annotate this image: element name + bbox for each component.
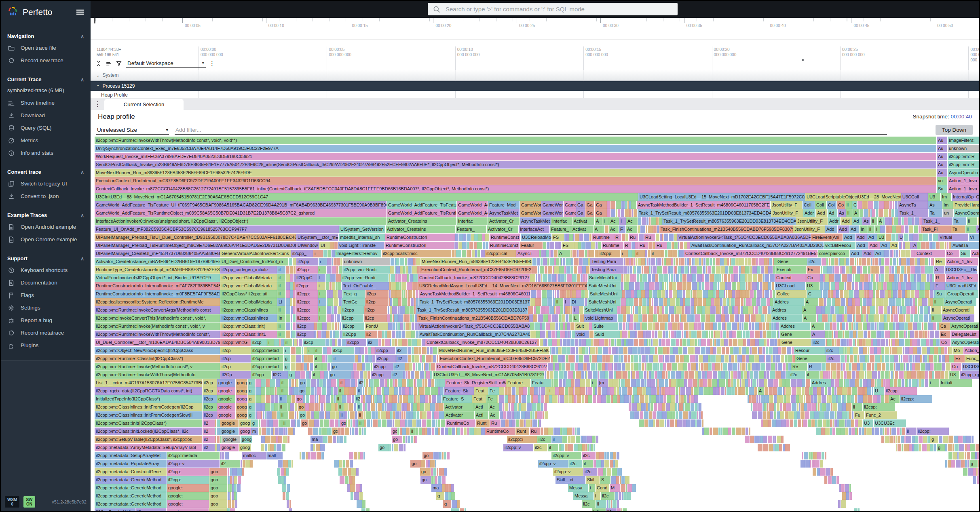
flame-box[interactable] — [854, 290, 859, 298]
flame-box[interactable] — [232, 476, 234, 484]
flame-box[interactable] — [406, 371, 408, 379]
flame-box[interactable]: Ac — [626, 225, 637, 233]
flame-box[interactable] — [697, 266, 702, 274]
flame-box[interactable] — [876, 209, 878, 217]
flame-box[interactable] — [400, 258, 404, 265]
flame-box[interactable] — [530, 331, 536, 338]
flame-box[interactable] — [867, 371, 872, 379]
flame-box[interactable]: il2cpp::icalls::mscorlib::System::Reflec… — [95, 298, 220, 306]
flame-box[interactable]: Text_g — [342, 290, 365, 298]
flame-box[interactable] — [758, 403, 762, 411]
flame-box[interactable] — [327, 355, 332, 362]
flame-box[interactable]: il2cpp: — [296, 290, 318, 298]
flame-box[interactable] — [587, 250, 589, 257]
flame-box[interactable] — [448, 484, 451, 492]
flame-box[interactable] — [934, 363, 936, 371]
flame-box[interactable]: Addres — [773, 298, 804, 306]
flame-box[interactable] — [407, 274, 409, 282]
flame-box[interactable] — [675, 419, 677, 427]
flame-box[interactable] — [555, 290, 556, 298]
flame-box[interactable] — [644, 419, 648, 427]
flame-box[interactable]: i — [313, 250, 323, 257]
flame-box[interactable] — [305, 403, 309, 411]
flame-box[interactable] — [287, 500, 289, 508]
flame-box[interactable] — [706, 331, 708, 338]
flame-box[interactable] — [584, 355, 589, 362]
flame-box[interactable] — [570, 436, 575, 443]
flame-box[interactable] — [427, 428, 431, 435]
flame-box[interactable] — [410, 314, 412, 322]
flame-box[interactable] — [613, 452, 616, 459]
flame-box[interactable]: il — [279, 403, 287, 411]
flame-box[interactable]: il2c — [534, 444, 547, 451]
flame-box[interactable] — [560, 322, 563, 330]
flame-box[interactable] — [286, 306, 290, 314]
flame-box[interactable] — [663, 274, 668, 282]
flame-box[interactable] — [575, 379, 580, 387]
flame-box[interactable] — [889, 209, 891, 217]
flame-box[interactable] — [915, 217, 919, 225]
flame-box[interactable] — [814, 411, 819, 419]
flame-box[interactable] — [693, 347, 695, 354]
flame-box[interactable] — [458, 242, 462, 249]
flame-box[interactable] — [392, 339, 395, 346]
flame-box[interactable] — [568, 331, 570, 338]
flame-box[interactable] — [749, 428, 750, 435]
flame-box[interactable]: il2cpp::vm::Object::NewAllocSpecific(Il2… — [95, 347, 220, 354]
flame-box[interactable]: Vi — [969, 234, 979, 241]
flame-box[interactable] — [773, 258, 774, 265]
flame-box[interactable] — [266, 387, 270, 395]
flame-box[interactable] — [667, 298, 670, 306]
flame-box[interactable] — [748, 258, 751, 265]
flame-box[interactable]: go — [329, 371, 351, 379]
flame-box[interactable]: L — [573, 314, 579, 322]
flame-box[interactable] — [671, 395, 675, 403]
flame-box[interactable] — [864, 428, 866, 435]
flame-box[interactable] — [706, 258, 709, 265]
flame-box[interactable] — [921, 274, 926, 282]
flame-box[interactable] — [717, 379, 719, 387]
flame-box[interactable] — [850, 258, 854, 265]
flame-box[interactable]: ExecutionContext_RunInternal_mC37E85D6FC… — [420, 266, 532, 274]
flame-box[interactable] — [750, 290, 754, 298]
flame-box[interactable] — [912, 436, 915, 443]
flame-box[interactable] — [345, 476, 348, 484]
flame-box[interactable] — [652, 274, 655, 282]
flame-box[interactable] — [477, 250, 480, 257]
flame-box[interactable] — [655, 322, 659, 330]
flame-box[interactable]: il2cpp_codegen_initializ — [220, 266, 277, 274]
sidebar-item-info-and-stats[interactable]: Info and stats — [1, 147, 91, 159]
flame-box[interactable] — [684, 322, 689, 330]
flame-box[interactable] — [320, 444, 325, 451]
flame-box[interactable] — [722, 322, 725, 330]
flame-box[interactable] — [306, 452, 308, 459]
flame-box[interactable]: Ac — [488, 403, 499, 411]
flame-box[interactable] — [880, 314, 884, 322]
flame-box[interactable] — [669, 282, 672, 290]
flame-box[interactable] — [321, 331, 326, 338]
flame-box[interactable] — [433, 476, 435, 484]
flame-box[interactable] — [369, 379, 370, 387]
flame-box[interactable] — [414, 298, 416, 306]
flame-box[interactable] — [397, 428, 399, 435]
flame-box[interactable]: il — [314, 347, 322, 354]
flame-box[interactable] — [579, 258, 583, 265]
flame-box[interactable] — [893, 314, 898, 322]
flame-box[interactable] — [747, 371, 750, 379]
flame-box[interactable] — [839, 484, 841, 492]
flame-box[interactable]: I — [317, 274, 325, 282]
flame-box[interactable] — [555, 322, 558, 330]
flame-box[interactable] — [291, 379, 294, 387]
flame-box[interactable] — [585, 347, 587, 354]
flame-box[interactable] — [669, 331, 670, 338]
flame-box[interactable] — [339, 266, 342, 274]
flame-box[interactable] — [890, 217, 892, 225]
flame-box[interactable]: il2cpp::metadata::ConstructGene — [95, 468, 167, 476]
flame-box[interactable] — [549, 395, 552, 403]
flame-box[interactable] — [874, 347, 877, 354]
flame-box[interactable] — [786, 403, 791, 411]
flame-box[interactable] — [355, 355, 358, 362]
flame-box[interactable] — [520, 419, 524, 427]
flame-box[interactable] — [890, 363, 893, 371]
flame-box[interactable] — [662, 411, 667, 419]
